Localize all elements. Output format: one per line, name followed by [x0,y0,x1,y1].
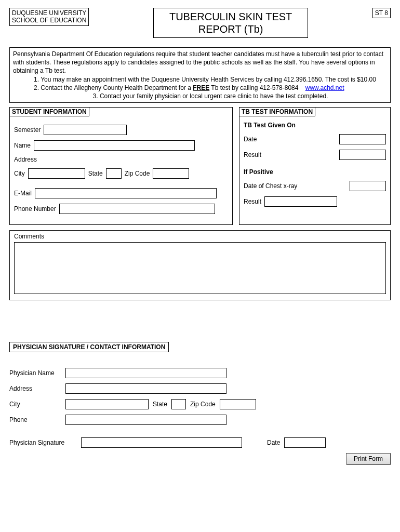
comments-textarea[interactable] [14,242,386,294]
achd-link[interactable]: www.achd.net [305,84,344,91]
tb-result-label: Result [244,151,264,158]
tb-result2-label: Result [244,198,261,205]
phys-sig-label: Physician Signature [9,439,77,446]
phys-zip-input[interactable] [220,399,256,409]
xray-input[interactable] [350,181,386,191]
option-2: 2. Contact the Allegheny County Health D… [34,84,387,92]
org-line2: SCHOOL OF EDUCATION [12,17,86,24]
state-input[interactable] [106,168,122,179]
tb-result2-input[interactable] [264,196,337,207]
title-line1: TUBERCULIN SKIN TEST [169,10,292,23]
if-positive: If Positive [244,168,386,176]
option-3: 3. Contact your family physician or loca… [34,92,387,100]
phys-address-input[interactable] [65,383,226,394]
comments-label: Comments [10,231,390,240]
xray-label: Date of Chest x-ray [244,182,297,190]
semester-label: Semester [14,126,41,134]
phone-input[interactable] [59,204,215,214]
city-input[interactable] [28,168,85,179]
tb-date-label: Date [244,136,264,143]
org-line1: DUQUESNE UNIVERSITY [12,9,86,17]
phone-label: Phone Number [14,205,56,212]
email-label: E-Mail [14,190,32,197]
student-info-panel: STUDENT INFORMATION Semester Name Addres… [9,107,233,225]
title-box: TUBERCULIN SKIN TEST REPORT (Tb) [153,8,308,38]
phys-phone-input[interactable] [65,415,226,425]
instructions-box: Pennsylvania Department Of Education reg… [9,47,391,103]
title-line2: REPORT (Tb) [169,23,292,35]
zip-label: Zip Code [125,170,150,177]
phys-phone-label: Phone [9,416,61,423]
comments-panel: Comments [9,230,391,300]
phys-name-label: Physician Name [9,369,61,377]
phys-state-input[interactable] [171,399,186,409]
tb-date-input[interactable] [339,134,386,144]
phys-name-input[interactable] [65,368,226,378]
print-form-button[interactable]: Print Form [346,453,391,464]
phys-address-label: Address [9,385,61,392]
semester-input[interactable] [44,125,127,135]
tb-result-input[interactable] [339,150,386,160]
tb-given-on: TB Test Given On [244,122,386,129]
org-box: DUQUESNE UNIVERSITY SCHOOL OF EDUCATION [9,8,89,26]
name-input[interactable] [34,140,195,151]
instructions-para: Pennsylvania Department Of Education reg… [13,50,387,75]
email-input[interactable] [35,188,217,198]
physician-section-title: PHYSICIAN SIGNATURE / CONTACT INFORMATIO… [9,342,169,352]
city-label: City [14,170,25,177]
state-label: State [88,170,103,177]
option-1: 1. You may make an appointment with the … [34,75,387,84]
phys-date-label: Date [267,439,280,446]
zip-input[interactable] [153,168,189,179]
phys-sig-input[interactable] [81,437,242,448]
phys-zip-label: Zip Code [190,401,216,408]
tb-section-title: TB TEST INFORMATION [239,107,315,116]
name-label: Name [14,142,31,149]
student-section-title: STUDENT INFORMATION [9,107,89,116]
phys-city-input[interactable] [65,399,149,409]
phys-state-label: State [153,401,167,408]
address-label: Address [14,156,37,163]
phys-city-label: City [9,401,61,408]
st-code: ST 8 [372,8,391,18]
tb-info-panel: TB TEST INFORMATION TB Test Given On Dat… [239,107,391,225]
phys-date-input[interactable] [284,437,326,448]
